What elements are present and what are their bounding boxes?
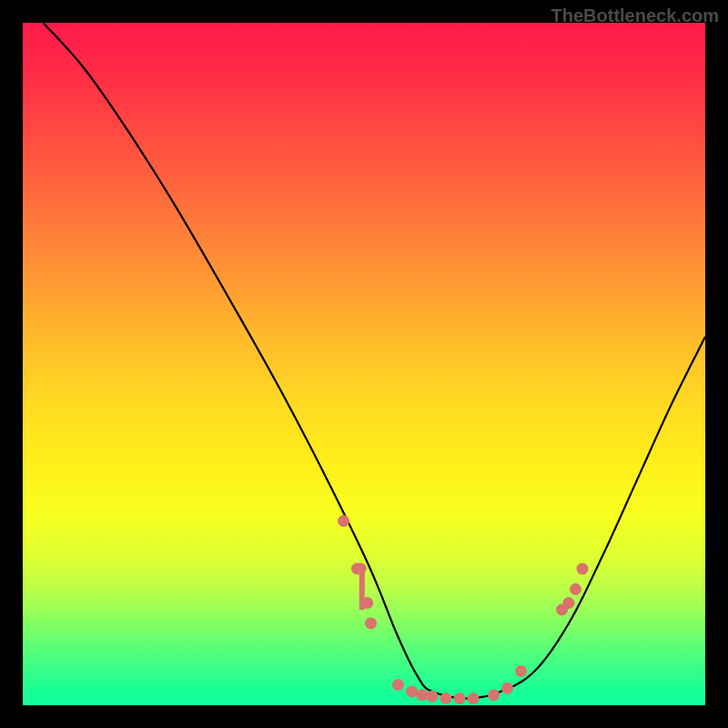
data-point-marker [440,693,452,704]
data-point-marker [488,689,500,701]
marker-group [338,515,589,704]
data-point-marker [577,563,589,575]
data-point-marker [427,691,439,703]
chart-svg [23,23,705,705]
data-point-marker [570,583,581,595]
plot-area [23,23,705,705]
data-point-marker [406,686,418,698]
data-point-marker [515,665,527,677]
bottleneck-curve-line [44,23,706,699]
data-point-marker [454,693,466,704]
data-point-marker [355,563,367,575]
data-point-marker [365,618,377,630]
data-point-marker [468,693,480,704]
data-point-marker [563,597,575,609]
data-point-marker [361,597,373,609]
data-point-marker [501,682,513,694]
watermark-text: TheBottleneck.com [551,5,719,26]
data-point-marker [338,515,349,527]
data-point-marker [392,679,404,691]
data-point-marker [416,689,428,701]
